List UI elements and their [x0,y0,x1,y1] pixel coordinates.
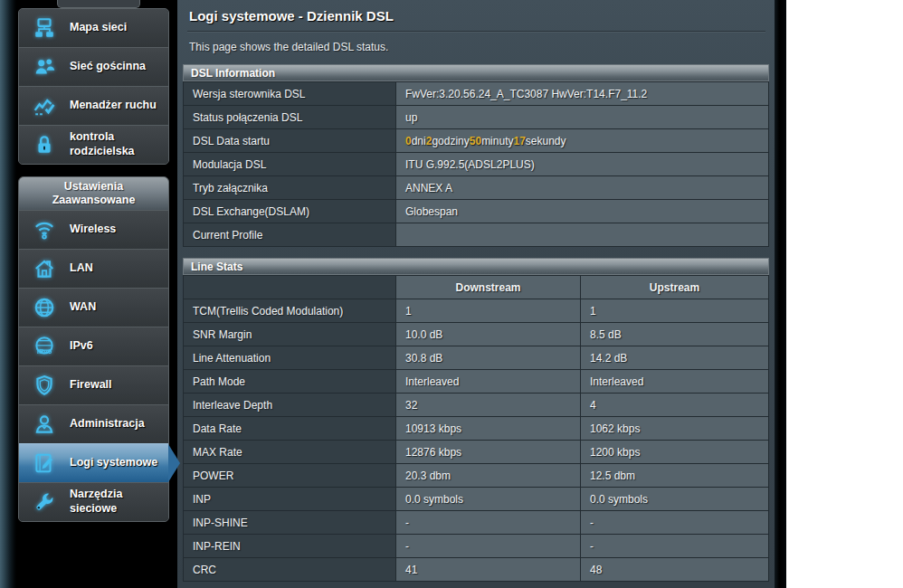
firewall-icon [31,372,58,399]
line-stats-row: POWER20.3 dbm12.5 dbm [184,463,769,487]
main-content: Logi systemowe - Dziennik DSL This page … [177,0,775,588]
line-stats-row: TCM(Trellis Coded Modulation)11 [184,299,769,322]
sidebar-main-group: Mapa sieciSieć gościnnaMenadżer ruchukon… [18,8,169,165]
line-stats-label: Line Attenuation [184,346,396,369]
line-stats-row: INP0.0 symbols0.0 symbols [184,487,769,510]
wireless-icon [31,216,58,243]
sidebar-item-label: kontrola rodzicielska [70,130,163,158]
sidebar-item-label: Mapa sieci [70,21,127,35]
line-stats-row: SNR Margin10.0 dB8.5 dB [184,322,769,346]
title-divider [187,31,765,33]
line-stats-downstream-value: 1 [396,299,581,322]
line-stats-downstream-value: 12876 kbps [396,440,581,463]
dsl-info-label: Current Profile [184,223,396,246]
line-stats-label: INP-REIN [184,534,396,557]
line-stats-row: Data Rate10913 kbps1062 kbps [184,416,769,440]
sidebar-item-cutoff[interactable] [57,0,140,8]
line-stats-downstream-value: - [396,534,581,557]
sidebar-item-administracja[interactable]: Administracja [19,404,168,443]
dsl-info-value: up [396,105,769,128]
dsl-info-value [396,223,769,246]
line-stats-label: Path Mode [184,369,396,393]
sidebar-advanced-group: Ustawienia Zaawansowane WirelessLANWANIP… [18,176,169,522]
line-stats-downstream-value: Interleaved [396,369,581,393]
line-stats-label: Data Rate [184,416,396,440]
line-stats-label: CRC [184,557,396,581]
sidebar: Mapa sieciSieć gościnnaMenadżer ruchukon… [16,0,177,588]
line-stats-upstream-value: - [581,510,769,534]
sidebar-item-label: LAN [70,261,93,276]
dsl-info-row: Wersja sterownika DSLFwVer:3.20.56.24_A_… [184,81,769,105]
dsl-info-label: Modulacja DSL [184,152,396,175]
dsl-info-row: DSL Exchange(DSLAM)Globespan [184,199,769,223]
line-stats-upstream-value: Interleaved [581,369,769,393]
network-tools-icon [31,488,58,516]
ipv6-icon: IPv6 [31,333,58,360]
administration-icon [31,411,58,438]
line-stats-label: TCM(Trellis Coded Modulation) [184,299,396,322]
line-stats-label: MAX Rate [184,440,396,463]
dsl-info-label: DSL Exchange(DSLAM) [184,199,396,223]
sidebar-item-mapa-sieci[interactable]: Mapa sieci [19,9,168,47]
line-stats-header-row: DownstreamUpstream [184,275,769,299]
highlighted-number: 0 [405,135,412,147]
sidebar-item-label: Logi systemowe [70,456,157,470]
dsl-info-label: DSL Data startu [184,128,396,152]
line-stats-label: Interleave Depth [184,393,396,416]
sidebar-item-logi-systemowe[interactable]: Logi systemowe [19,443,168,482]
sidebar-item-label: Firewall [70,378,112,393]
system-log-icon [31,450,58,477]
dsl-info-value: ANNEX A [396,175,769,199]
line-stats-label: INP-SHINE [184,510,396,534]
network-map-icon [31,14,58,42]
line-stats-header: Line Stats [183,258,769,275]
dsl-info-row: Tryb załącznikaANNEX A [184,175,769,199]
line-stats-downstream-value: 32 [396,393,581,416]
line-stats-row: Path ModeInterleavedInterleaved [184,369,769,393]
parental-control-icon [31,131,58,158]
line-stats-upstream-value: - [581,534,769,557]
line-stats-label: SNR Margin [184,322,396,346]
line-stats-row: Interleave Depth324 [184,393,769,416]
dsl-info-row: DSL Data startu0 dni 2 godziny 50 minuty… [184,128,769,152]
sidebar-item-wan[interactable]: WAN [19,288,168,327]
sidebar-item-kontrola-rodzicielska[interactable]: kontrola rodzicielska [19,125,168,164]
sidebar-item-ipv6[interactable]: IPv6IPv6 [19,327,168,365]
line-stats-upstream-value: 1 [581,299,769,322]
page-title: Logi systemowe - Dziennik DSL [189,8,765,24]
line-stats-row: MAX Rate12876 kbps1200 kbps [184,440,769,463]
column-header-upstream: Upstream [581,275,769,299]
svg-text:IPv6: IPv6 [37,347,52,356]
guest-network-icon [31,53,58,81]
sidebar-item-sie-go-cinna[interactable]: Sieć gościnna [19,47,168,86]
sidebar-item-lan[interactable]: LAN [19,249,168,288]
sidebar-item-label: Wireless [70,223,116,237]
dsl-info-label: Wersja sterownika DSL [184,81,396,105]
dsl-info-value: Globespan [396,199,769,223]
dsl-info-value: 0 dni 2 godziny 50 minuty 17 sekundy [396,128,769,152]
sidebar-section-title: Ustawienia Zaawansowane [19,177,168,210]
line-stats-upstream-value: 14.2 dB [581,346,769,369]
line-stats-upstream-value: 1200 kbps [581,440,769,463]
line-stats-upstream-value: 1062 kbps [581,416,769,440]
line-stats-upstream-value: 4 [581,393,769,416]
line-stats-row: CRC4148 [184,557,769,581]
sidebar-item-firewall[interactable]: Firewall [19,365,168,404]
traffic-manager-icon [31,92,58,119]
dsl-information-header: DSL Information [183,64,769,81]
line-stats-upstream-value: 48 [581,557,769,581]
sidebar-item-label: Narzędzia sieciowe [70,488,163,516]
sidebar-item-narz-dzia-sieciowe[interactable]: Narzędzia sieciowe [19,482,168,521]
dsl-info-label: Status połączenia DSL [184,105,396,128]
line-stats-downstream-value: 10913 kbps [396,416,581,440]
sidebar-item-label: Sieć gościnna [70,60,146,74]
line-stats-table: DownstreamUpstreamTCM(Trellis Coded Modu… [183,275,769,582]
dsl-info-row: Current Profile [184,223,769,246]
line-stats-downstream-value: 20.3 dbm [396,463,581,487]
line-stats-downstream-value: - [396,510,581,534]
sidebar-item-wireless[interactable]: Wireless [19,210,168,249]
sidebar-item-menad-er-ruchu[interactable]: Menadżer ruchu [19,86,168,125]
highlighted-number: 2 [426,135,432,147]
sidebar-item-label: Menadżer ruchu [70,99,157,113]
line-stats-upstream-value: 8.5 dB [581,322,769,346]
